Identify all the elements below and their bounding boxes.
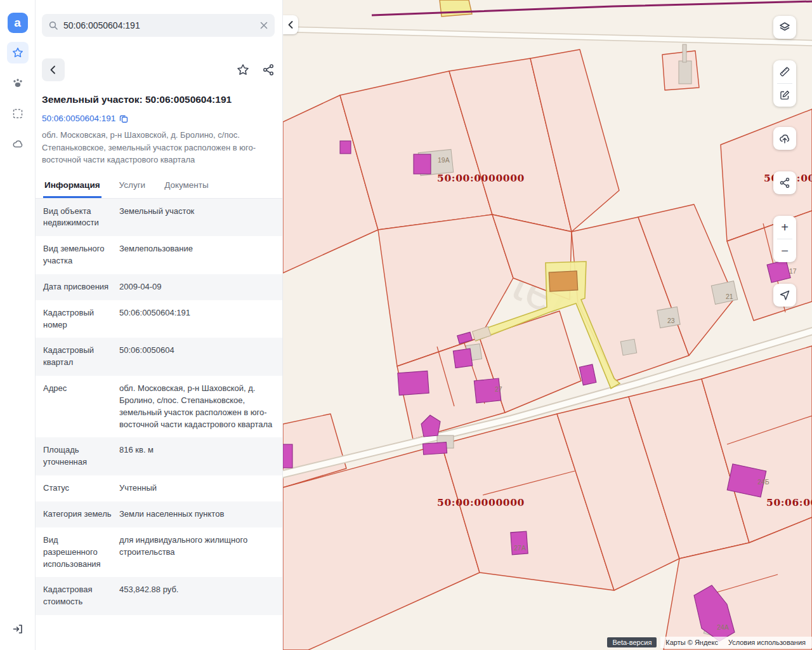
dashed-square-icon [12,108,23,119]
app-window: a [0,0,812,650]
table-row: Кадастровый квартал50:06:0050604 [36,338,282,376]
table-row: Вид земельного участкаЗемлепользование [36,236,282,274]
details-panel: Земельный участок: 50:06:0050604:191 50:… [36,0,283,650]
collapse-panel-button[interactable] [283,15,298,34]
svg-text:27А: 27А [514,544,526,552]
upload-cloud-icon [779,133,790,144]
ruler-icon [779,66,790,77]
info-table: Вид объекта недвижимостиЗемельный участо… [36,199,282,616]
cloud-icon [12,138,23,150]
draw-button[interactable] [773,84,796,107]
svg-text:50:00:0000000: 50:00:0000000 [437,172,525,184]
beta-badge: Beta-версия [607,637,657,647]
object-header-row [42,58,275,81]
upload-button[interactable] [773,127,796,150]
app-logo[interactable]: a [8,13,28,33]
object-description: обл. Московская, р-н Шаховской, д. Броли… [42,129,273,166]
svg-text:24Б: 24Б [757,478,769,486]
table-row: Дата присвоения2009-04-09 [36,274,282,300]
sign-in-icon [12,623,23,635]
map-attribution: Beta-версия Карты © Яндекс Условия испол… [607,637,812,648]
svg-text:21: 21 [726,293,733,300]
sign-in-button[interactable] [7,618,29,640]
table-row: Категория земельЗемли населенных пунктов [36,501,282,527]
svg-text:19А: 19А [438,156,450,164]
terms-of-use-link[interactable]: Условия использования [728,639,806,646]
map-share-button[interactable] [773,171,796,194]
share-icon[interactable] [262,63,275,76]
clear-search-icon[interactable] [259,21,268,30]
location-arrow-icon [779,289,790,301]
page-title: Земельный участок: 50:06:0050604:191 [42,94,275,105]
star-icon [12,47,23,58]
tab-bar: Информация Услуги Документы [36,175,282,199]
svg-text:24А: 24А [717,623,729,631]
area-select-button[interactable] [7,103,29,124]
table-row: Адресобл. Московская, р-н Шаховской, д. … [36,376,282,437]
back-button[interactable] [42,58,65,81]
measure-edit-group [773,60,796,107]
tab-information[interactable]: Информация [43,175,102,198]
layers-icon [779,22,790,33]
cloud-button[interactable] [7,133,29,155]
table-row: СтатусУчтенный [36,475,282,501]
plus-icon: + [781,221,789,234]
locate-button[interactable] [773,284,796,307]
cadastral-number-link[interactable]: 50:06:0050604:191 [42,114,115,123]
yandex-maps-link[interactable]: Карты © Яндекс [665,639,718,646]
svg-text:17: 17 [789,267,797,275]
copy-icon[interactable] [119,114,128,123]
table-row: Вид объекта недвижимостиЗемельный участо… [36,199,282,237]
objects-button[interactable] [7,72,29,94]
ruler-button[interactable] [773,60,796,83]
icon-rail: a [0,0,36,650]
favorite-star-icon[interactable] [237,63,249,76]
svg-text:50:00:0000000: 50:00:0000000 [437,496,525,508]
tab-documents[interactable]: Документы [163,175,210,198]
pencil-icon [779,90,790,101]
svg-text:27: 27 [495,385,502,393]
zoom-in-button[interactable]: + [773,216,796,239]
building-on-selected-parcel [549,271,578,291]
favorites-button[interactable] [7,42,29,63]
share-nodes-icon [779,177,790,189]
svg-text:50:06:0000000: 50:06:0000000 [766,496,812,508]
minus-icon: − [781,244,789,257]
map-area: rgi center [283,0,812,650]
yellow-parcel-top[interactable] [440,0,472,17]
search-icon [48,20,58,30]
tab-services[interactable]: Услуги [118,175,147,198]
cadastral-link-row: 50:06:0050604:191 [42,114,275,123]
table-row: Кадастровая стоимость453,842.88 руб. [36,577,282,615]
paw-icon [12,77,23,89]
search-input[interactable] [63,20,254,30]
search-bar[interactable] [42,14,275,37]
svg-text:23: 23 [667,317,675,324]
cadastral-map[interactable]: rgi center [283,0,812,650]
table-row: Площадь уточненная816 кв. м [36,437,282,475]
table-row: Кадастровый номер50:06:0050604:191 [36,300,282,338]
zoom-group: + − [773,216,796,262]
table-row: Вид разрешенного использованиядля индиви… [36,527,282,578]
layers-button[interactable] [773,16,796,39]
zoom-out-button[interactable]: − [773,239,796,262]
